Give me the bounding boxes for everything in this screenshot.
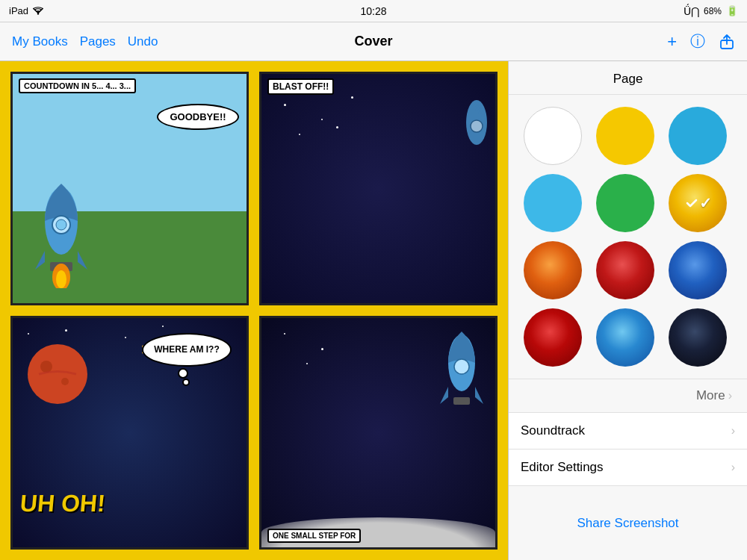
svg-point-4 bbox=[56, 220, 66, 230]
soundtrack-row[interactable]: Soundtrack › bbox=[509, 413, 747, 449]
swatch-yellow[interactable] bbox=[596, 107, 654, 165]
swatch-blue2[interactable] bbox=[669, 241, 727, 299]
comic-canvas: COUNTDOWN IN 5... 4... 3... bbox=[0, 61, 508, 560]
soundtrack-label: Soundtrack bbox=[521, 423, 585, 438]
soundtrack-chevron-icon: › bbox=[731, 424, 735, 438]
star bbox=[336, 126, 338, 128]
rocket-svg bbox=[28, 176, 95, 288]
status-left: iPad bbox=[9, 5, 43, 16]
star bbox=[28, 333, 29, 335]
nav-bar: My Books Pages Undo Cover + ⓘ bbox=[0, 22, 747, 61]
swatch-blue[interactable] bbox=[669, 107, 727, 165]
undo-link[interactable]: Undo bbox=[128, 34, 158, 49]
planet-svg bbox=[24, 340, 91, 408]
editor-settings-chevron-icon: › bbox=[731, 461, 735, 474]
star bbox=[65, 329, 67, 332]
comic-panel-2[interactable]: BLAST OFF!! bbox=[259, 72, 498, 305]
star bbox=[351, 96, 353, 99]
comic-panel-1[interactable]: COUNTDOWN IN 5... 4... 3... bbox=[10, 72, 249, 305]
main-content: COUNTDOWN IN 5... 4... 3... bbox=[0, 61, 747, 560]
share-screenshot-row[interactable]: Share Screenshot bbox=[509, 486, 747, 560]
status-right: Ǘ⋂ 68% 🔋 bbox=[684, 5, 738, 17]
share-screenshot-label: Share Screenshot bbox=[577, 516, 678, 531]
swatch-cyan[interactable] bbox=[524, 174, 582, 232]
uh-oh-text: UH OH! bbox=[19, 490, 106, 517]
info-button[interactable]: ⓘ bbox=[690, 31, 705, 52]
thought-bubble: WHERE AM I?? bbox=[142, 333, 232, 367]
nav-right: + ⓘ bbox=[667, 31, 735, 52]
swatch-darkblue[interactable] bbox=[669, 308, 727, 367]
device-label: iPad bbox=[9, 5, 28, 16]
nav-left: My Books Pages Undo bbox=[12, 34, 158, 49]
svg-rect-18 bbox=[453, 397, 470, 405]
right-panel: Page More › So bbox=[508, 61, 747, 560]
star bbox=[299, 134, 300, 135]
share-icon bbox=[719, 34, 735, 50]
comic-panel-3[interactable]: WHERE AM I?? UH OH! bbox=[10, 316, 249, 550]
panel1-label: COUNTDOWN IN 5... 4... 3... bbox=[19, 78, 136, 93]
star bbox=[321, 119, 323, 120]
svg-point-10 bbox=[28, 344, 87, 404]
color-grid bbox=[509, 95, 747, 379]
rocket-svg-2 bbox=[436, 326, 488, 423]
pages-link[interactable]: Pages bbox=[80, 34, 116, 49]
panel-header: Page bbox=[509, 61, 747, 95]
nav-title: Cover bbox=[354, 34, 392, 49]
swatch-orange[interactable] bbox=[524, 241, 582, 299]
more-chevron-icon: › bbox=[728, 389, 732, 402]
swatch-red[interactable] bbox=[596, 241, 654, 299]
speech-bubble-1: GOODBYE!! bbox=[157, 104, 239, 130]
swatch-yellow2[interactable] bbox=[669, 174, 727, 232]
swatch-red2[interactable] bbox=[524, 308, 582, 367]
star bbox=[306, 363, 308, 364]
rocket-partial bbox=[458, 96, 495, 156]
svg-point-9 bbox=[471, 120, 483, 132]
comic-grid: COUNTDOWN IN 5... 4... 3... bbox=[10, 72, 498, 550]
panel4-label: ONE SMALL STEP FOR bbox=[267, 529, 361, 543]
swatch-lightblue[interactable] bbox=[596, 308, 654, 367]
wifi-icon bbox=[33, 7, 43, 15]
comic-panel-4[interactable]: ONE SMALL STEP FOR bbox=[259, 316, 498, 550]
star bbox=[321, 348, 323, 350]
share-button[interactable] bbox=[719, 34, 735, 50]
panel2-label: BLAST OFF!! bbox=[267, 78, 334, 95]
bluetooth-icon: Ǘ⋂ bbox=[684, 5, 699, 17]
star bbox=[284, 104, 286, 106]
my-books-link[interactable]: My Books bbox=[12, 34, 68, 49]
add-button[interactable]: + bbox=[667, 32, 677, 52]
status-time: 10:28 bbox=[360, 5, 386, 17]
checkmark-icon bbox=[684, 196, 699, 211]
battery-text: 68% bbox=[704, 6, 722, 16]
more-row[interactable]: More › bbox=[509, 379, 747, 413]
svg-point-0 bbox=[37, 13, 39, 14]
editor-settings-row[interactable]: Editor Settings › bbox=[509, 449, 747, 486]
status-bar: iPad 10:28 Ǘ⋂ 68% 🔋 bbox=[0, 0, 747, 22]
swatch-green[interactable] bbox=[596, 174, 654, 232]
swatch-white[interactable] bbox=[524, 107, 582, 165]
editor-settings-label: Editor Settings bbox=[521, 460, 604, 475]
star bbox=[162, 326, 164, 327]
svg-point-12 bbox=[61, 378, 69, 385]
svg-point-17 bbox=[454, 359, 469, 374]
battery-icon: 🔋 bbox=[726, 5, 738, 16]
star bbox=[125, 337, 126, 338]
more-label: More bbox=[696, 388, 725, 403]
panel-header-title: Page bbox=[613, 72, 643, 86]
star bbox=[284, 333, 285, 335]
svg-point-7 bbox=[56, 270, 66, 288]
